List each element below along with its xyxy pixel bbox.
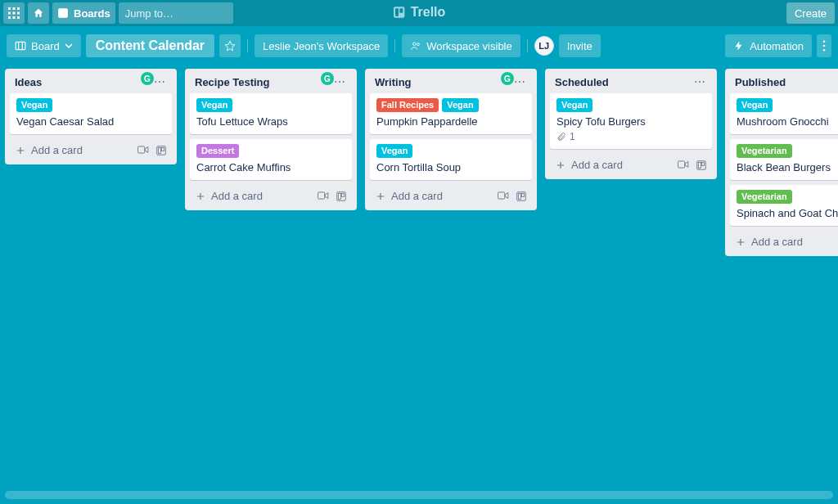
board-view-switcher[interactable]: Board: [7, 34, 81, 57]
svg-rect-3: [8, 12, 11, 15]
svg-rect-27: [159, 147, 161, 153]
label-vegan[interactable]: Vegan: [16, 98, 52, 112]
template-icon[interactable]: [516, 191, 527, 202]
label-fall[interactable]: Fall Recipes: [376, 98, 439, 112]
grammarly-icon: G: [321, 72, 334, 85]
svg-rect-37: [678, 160, 685, 167]
list: Published⋯VeganMushroom GnocchiVegetaria…: [725, 69, 838, 256]
svg-rect-25: [138, 146, 145, 152]
card-labels: Dessert: [196, 144, 345, 158]
invite-button[interactable]: Invite: [559, 34, 601, 57]
card[interactable]: VeganSpicy Tofu Burgers1: [550, 93, 712, 149]
boards-label: Boards: [74, 7, 110, 20]
board-view-icon: [15, 40, 26, 52]
list-menu-button[interactable]: ⋯: [691, 75, 709, 88]
search-input[interactable]: [125, 7, 263, 20]
label-vegan[interactable]: Vegan: [556, 98, 592, 112]
template-icon[interactable]: [696, 160, 707, 171]
list: GIdeas⋯VeganVegan Caesar SaladAdd a card: [5, 69, 177, 164]
bolt-icon: [733, 40, 745, 52]
svg-rect-29: [318, 191, 325, 198]
home-button[interactable]: [28, 2, 49, 24]
card[interactable]: VegetarianSpinach and Goat Cheese Q: [730, 185, 838, 226]
card-labels: Vegan: [376, 144, 525, 158]
card[interactable]: VeganVegan Caesar Salad: [10, 93, 172, 134]
logo-text: Trello: [411, 5, 446, 20]
label-vegan[interactable]: Vegan: [442, 98, 478, 112]
template-icon[interactable]: [155, 145, 167, 156]
list: Scheduled⋯VeganSpicy Tofu Burgers1Add a …: [545, 69, 717, 179]
video-icon[interactable]: [498, 191, 509, 200]
svg-rect-28: [162, 147, 164, 151]
label-vegan[interactable]: Vegan: [737, 98, 773, 112]
card-title: Corn Tortilla Soup: [376, 161, 525, 173]
card[interactable]: VeganMushroom Gnocchi: [730, 93, 838, 134]
svg-rect-0: [8, 7, 11, 10]
invite-label: Invite: [567, 40, 592, 52]
home-icon: [33, 7, 44, 19]
add-card-button[interactable]: Add a card: [10, 139, 172, 163]
video-icon[interactable]: [318, 191, 329, 200]
board-menu-button[interactable]: [817, 34, 831, 57]
star-button[interactable]: [219, 34, 241, 57]
card-labels: Vegan: [556, 98, 705, 112]
card-labels: Vegan: [196, 98, 345, 112]
plus-icon: [15, 145, 26, 156]
list-title[interactable]: Ideas: [15, 76, 42, 88]
label-dessert[interactable]: Dessert: [196, 144, 239, 158]
board-canvas[interactable]: GIdeas⋯VeganVegan Caesar SaladAdd a card…: [0, 61, 838, 493]
list-title[interactable]: Published: [735, 76, 786, 88]
visibility-label: Workspace visible: [426, 40, 512, 52]
add-card-button[interactable]: Add a card: [550, 154, 712, 178]
label-vegan[interactable]: Vegan: [196, 98, 232, 112]
create-label: Create: [795, 7, 827, 20]
divider: [394, 39, 395, 52]
list-title[interactable]: Recipe Testing: [195, 76, 270, 88]
list-title[interactable]: Scheduled: [555, 76, 609, 88]
add-card-label: Add a card: [391, 190, 443, 202]
card-title: Vegan Caesar Salad: [16, 115, 165, 128]
card-labels: Vegetarian: [737, 144, 838, 158]
add-card-button[interactable]: Add a card: [730, 231, 838, 254]
card[interactable]: VegetarianBlack Bean Burgers: [730, 139, 838, 180]
paperclip-icon: [556, 132, 566, 142]
list-title[interactable]: Writing: [375, 76, 412, 88]
boards-button[interactable]: Boards: [52, 2, 115, 24]
apps-menu-button[interactable]: [3, 2, 25, 24]
board-title[interactable]: Content Calendar: [86, 34, 214, 57]
create-button[interactable]: Create: [786, 2, 835, 24]
card-title: Mushroom Gnocchi: [737, 115, 838, 128]
label-vegetarian[interactable]: Vegetarian: [737, 144, 792, 158]
horizontal-scrollbar[interactable]: [5, 491, 833, 499]
divider: [247, 39, 248, 52]
apps-grid-icon: [8, 7, 20, 19]
list: GWriting⋯Fall RecipesVeganPumpkin Pappar…: [365, 69, 537, 210]
plus-icon: [195, 191, 206, 202]
workspace-button[interactable]: Leslie Jeon's Workspace: [255, 34, 388, 57]
card[interactable]: DessertCarrot Cake Muffins: [190, 139, 352, 180]
star-icon: [224, 40, 236, 52]
list-header: Published⋯: [730, 74, 838, 93]
card-composer-actions: [498, 191, 527, 202]
template-icon[interactable]: [336, 191, 347, 202]
card-title: Carrot Cake Muffins: [196, 161, 345, 173]
add-card-button[interactable]: Add a card: [370, 185, 532, 209]
video-icon[interactable]: [678, 160, 689, 169]
label-vegan[interactable]: Vegan: [376, 144, 412, 158]
automation-button[interactable]: Automation: [725, 34, 812, 57]
card[interactable]: VeganTofu Lettuce Wraps: [190, 93, 352, 134]
card[interactable]: Fall RecipesVeganPumpkin Pappardelle: [370, 93, 532, 134]
trello-icon: [393, 6, 406, 19]
video-icon[interactable]: [137, 145, 149, 155]
visibility-button[interactable]: Workspace visible: [402, 34, 520, 57]
card[interactable]: VeganCorn Tortilla Soup: [370, 139, 532, 180]
search-box[interactable]: [119, 2, 233, 24]
add-card-button[interactable]: Add a card: [190, 185, 352, 209]
trello-logo: Trello: [393, 5, 446, 20]
plus-icon: [735, 236, 746, 248]
people-icon: [410, 40, 421, 52]
svg-rect-33: [498, 191, 505, 198]
svg-rect-16: [399, 8, 403, 12]
member-avatar[interactable]: LJ: [534, 36, 554, 56]
label-vegetarian[interactable]: Vegetarian: [737, 190, 792, 204]
